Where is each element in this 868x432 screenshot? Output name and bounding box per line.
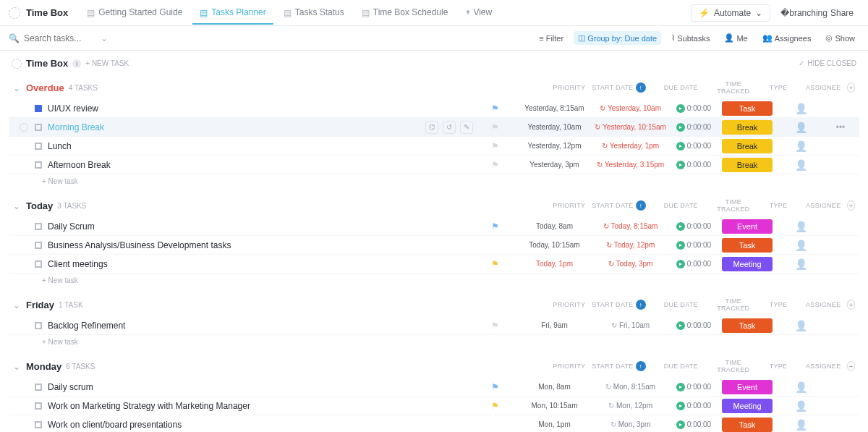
type-cell[interactable]: Task — [719, 418, 775, 432]
due-date-cell[interactable]: ↻Fri, 10am — [592, 321, 668, 329]
due-date-cell[interactable]: ↻Yesterday, 1pm — [592, 142, 668, 150]
col-assignee[interactable]: ASSIGNEE — [804, 301, 843, 308]
priority-cell[interactable]: ⚑ — [473, 122, 516, 132]
due-date-cell[interactable]: ↻Today, 8:15am — [592, 222, 668, 230]
automate-button[interactable]: ⚡ Automate ⌄ — [691, 4, 770, 22]
status-box[interactable] — [35, 161, 42, 169]
group-by-button[interactable]: ◫Group by: Due date — [574, 31, 661, 45]
chevron-down-icon[interactable]: ⌄ — [101, 33, 108, 43]
col-time-tracked[interactable]: TIME TRACKED — [714, 80, 752, 95]
new-task-button[interactable]: + NEW TASK — [85, 59, 129, 67]
assignees-button[interactable]: 👥Assignees — [758, 31, 816, 45]
start-date-cell[interactable]: Mon, 1pm — [516, 420, 592, 428]
row-checkbox[interactable] — [20, 123, 28, 132]
col-start-date[interactable]: START DATE↑ — [590, 361, 648, 371]
col-type[interactable]: TYPE — [757, 84, 799, 91]
link-icon[interactable]: ↺ — [443, 121, 456, 134]
task-name[interactable]: Client meetings — [48, 259, 473, 269]
task-row[interactable]: Business Analysis/Business Development t… — [9, 236, 859, 255]
col-time-tracked[interactable]: TIME TRACKED — [714, 359, 752, 373]
col-time-tracked[interactable]: TIME TRACKED — [714, 297, 752, 312]
status-box[interactable] — [35, 402, 42, 410]
type-cell[interactable]: Event — [719, 219, 775, 234]
due-date-cell[interactable]: ↻Yesterday, 3:15pm — [592, 161, 668, 169]
type-cell[interactable]: Task — [719, 238, 775, 253]
col-assignee[interactable]: ASSIGNEE — [804, 363, 843, 370]
task-name[interactable]: Daily scrum — [48, 382, 473, 392]
priority-cell[interactable]: ⚑ — [473, 382, 516, 392]
add-column-button[interactable]: + — [847, 361, 855, 371]
assignee-cell[interactable]: 👤 — [775, 240, 826, 251]
start-date-cell[interactable]: Mon, 10:15am — [516, 402, 592, 410]
info-icon[interactable]: i — [72, 59, 81, 68]
start-date-cell[interactable]: Today, 8am — [516, 222, 592, 230]
assignee-cell[interactable]: 👤 — [775, 258, 826, 270]
play-icon[interactable] — [676, 104, 685, 113]
assignee-cell[interactable]: 👤 — [775, 381, 826, 393]
search-box[interactable]: 🔍 ⌄ — [9, 33, 110, 43]
due-date-cell[interactable]: ↻Mon, 12pm — [592, 402, 668, 410]
play-icon[interactable] — [676, 402, 685, 410]
time-tracked-cell[interactable]: 0:00:00 — [668, 321, 719, 330]
start-date-cell[interactable]: Today, 10:15am — [516, 241, 592, 249]
task-name[interactable]: Work on Marketing Strategy with Marketin… — [48, 401, 473, 411]
edit-icon[interactable]: ✎ — [460, 121, 473, 134]
due-date-cell[interactable]: ↻Yesterday, 10:15am — [592, 123, 668, 131]
time-tracked-cell[interactable]: 0:00:00 — [668, 420, 719, 429]
play-icon[interactable] — [676, 241, 685, 250]
due-date-cell[interactable]: ↻Mon, 3pm — [592, 420, 668, 428]
status-box[interactable] — [35, 261, 42, 268]
time-tracked-cell[interactable]: 0:00:00 — [668, 402, 719, 410]
type-cell[interactable]: Break — [719, 139, 775, 153]
task-name[interactable]: Daily Scrum — [48, 221, 473, 232]
task-row[interactable]: Lunch⚑Yesterday, 12pm↻Yesterday, 1pm0:00… — [9, 137, 859, 156]
start-date-cell[interactable]: Yesterday, 12pm — [516, 142, 592, 150]
new-task-row[interactable]: + New task — [9, 274, 859, 287]
play-icon[interactable] — [676, 383, 685, 391]
priority-cell[interactable]: ⚑ — [473, 221, 516, 232]
col-priority[interactable]: PRIORITY — [553, 84, 586, 91]
time-tracked-cell[interactable]: 0:00:00 — [668, 104, 719, 113]
col-due-date[interactable]: DUE DATE — [652, 84, 710, 91]
task-name[interactable]: Backlog Refinement — [48, 321, 473, 331]
search-input[interactable] — [24, 33, 96, 43]
due-date-cell[interactable]: ↻Mon, 8:15am — [592, 383, 668, 391]
play-icon[interactable] — [676, 420, 685, 429]
play-icon[interactable] — [676, 260, 685, 268]
tab-getting-started-guide[interactable]: ▤Getting Started Guide — [80, 1, 190, 25]
task-row[interactable]: Work on client/board presentationsMon, 1… — [9, 415, 859, 432]
col-start-date[interactable]: START DATE↑ — [590, 82, 648, 93]
assignee-cell[interactable]: 👤 — [775, 140, 826, 152]
type-cell[interactable]: Event — [719, 380, 775, 394]
task-row[interactable]: Work on Marketing Strategy with Marketin… — [9, 397, 859, 415]
add-column-button[interactable]: + — [847, 200, 855, 211]
group-header[interactable]: ⌄Monday6 TASKSPRIORITYSTART DATE↑DUE DAT… — [9, 355, 859, 378]
more-cell[interactable]: ••• — [826, 122, 855, 132]
start-date-cell[interactable]: Yesterday, 8:15am — [516, 104, 592, 112]
time-tracked-cell[interactable]: 0:00:00 — [668, 161, 719, 169]
time-tracked-cell[interactable]: 0:00:00 — [668, 142, 719, 151]
type-cell[interactable]: Meeting — [719, 257, 775, 271]
col-start-date[interactable]: START DATE↑ — [590, 200, 648, 211]
start-date-cell[interactable]: Yesterday, 3pm — [516, 161, 592, 169]
priority-cell[interactable]: ⚑ — [473, 401, 516, 411]
assignee-cell[interactable]: 👤 — [775, 221, 826, 232]
task-row[interactable]: Morning Break⌬↺✎⚑Yesterday, 10am↻Yesterd… — [9, 118, 859, 137]
start-date-cell[interactable]: Today, 1pm — [516, 260, 592, 268]
priority-cell[interactable]: ⚑ — [473, 160, 516, 170]
col-priority[interactable]: PRIORITY — [553, 363, 586, 370]
status-box[interactable] — [35, 322, 42, 329]
task-name[interactable]: Afternoon Break — [48, 160, 473, 170]
task-row[interactable]: Client meetings⚑Today, 1pm↻Today, 3pm0:0… — [9, 255, 859, 274]
type-cell[interactable]: Task — [719, 318, 775, 333]
assignee-cell[interactable]: 👤 — [775, 419, 826, 431]
task-name[interactable]: Lunch — [48, 141, 473, 151]
status-box[interactable] — [35, 421, 42, 428]
col-priority[interactable]: PRIORITY — [553, 301, 586, 308]
priority-cell[interactable]: ⚑ — [473, 103, 516, 114]
play-icon[interactable] — [676, 123, 685, 132]
col-type[interactable]: TYPE — [757, 363, 799, 370]
task-row[interactable]: Daily scrum⚑Mon, 8am↻Mon, 8:15am0:00:00E… — [9, 378, 859, 397]
due-date-cell[interactable]: ↻Today, 3pm — [592, 260, 668, 268]
status-box[interactable] — [35, 124, 42, 131]
